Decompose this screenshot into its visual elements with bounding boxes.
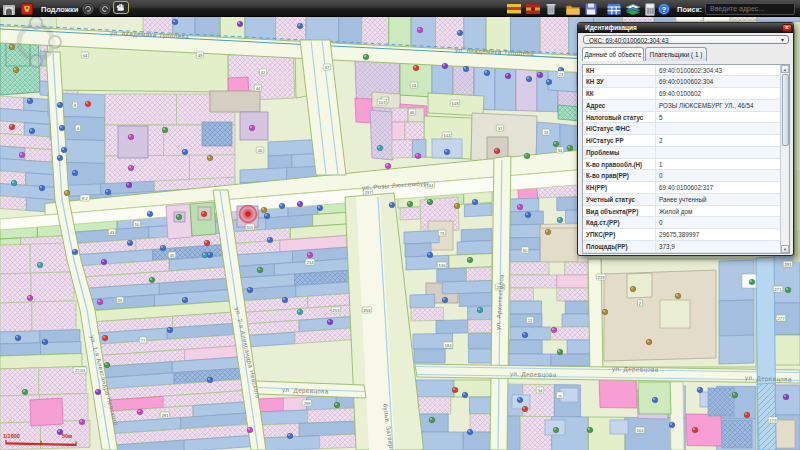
svg-text:1/1600: 1/1600 [3, 433, 20, 439]
svg-text:173: 173 [770, 418, 778, 423]
svg-text:64: 64 [83, 53, 88, 58]
svg-text:94: 94 [538, 388, 543, 393]
svg-text:25: 25 [118, 298, 123, 303]
svg-text:37: 37 [498, 126, 503, 131]
svg-text:103: 103 [379, 100, 387, 105]
svg-text:291: 291 [785, 262, 793, 267]
svg-text:239: 239 [598, 275, 606, 280]
svg-text:111: 111 [247, 225, 254, 230]
svg-text:ул. Деревцова: ул. Деревцова [612, 365, 659, 373]
svg-text:8 2: 8 2 [82, 196, 88, 201]
svg-text:23: 23 [559, 72, 564, 77]
svg-text:44: 44 [256, 86, 261, 91]
svg-text:ул. Деревцова: ул. Деревцова [510, 370, 557, 378]
svg-text:277: 277 [778, 316, 786, 321]
svg-text:271: 271 [775, 287, 783, 292]
svg-text:12: 12 [528, 318, 533, 323]
svg-text:298: 298 [304, 401, 312, 406]
svg-text:32: 32 [261, 70, 266, 75]
svg-text:27/45: 27/45 [75, 368, 86, 373]
svg-text:164: 164 [637, 428, 645, 433]
svg-text:49: 49 [198, 53, 203, 58]
svg-text:50м: 50м [62, 433, 72, 439]
svg-text:148: 148 [452, 101, 460, 106]
svg-text:46: 46 [410, 110, 415, 115]
svg-text:136: 136 [439, 263, 447, 268]
svg-text:67: 67 [325, 65, 330, 70]
svg-text:77: 77 [141, 338, 146, 343]
svg-text:?: ? [662, 4, 667, 13]
svg-text:144: 144 [444, 133, 452, 138]
svg-text:46: 46 [258, 148, 263, 153]
svg-text:259: 259 [333, 308, 341, 313]
svg-text:тс: тс [558, 393, 562, 398]
svg-text:24: 24 [412, 83, 417, 88]
svg-text:73: 73 [440, 231, 445, 236]
svg-text:43: 43 [110, 230, 115, 235]
svg-text:184: 184 [445, 343, 453, 348]
svg-text:281: 281 [162, 413, 170, 418]
svg-text:45: 45 [170, 253, 175, 258]
svg-text:33: 33 [544, 130, 549, 135]
svg-text:34: 34 [558, 148, 563, 153]
svg-text:10: 10 [135, 222, 140, 227]
svg-text:60: 60 [523, 248, 528, 253]
svg-text:234: 234 [307, 260, 315, 265]
svg-text:258: 258 [364, 308, 372, 313]
